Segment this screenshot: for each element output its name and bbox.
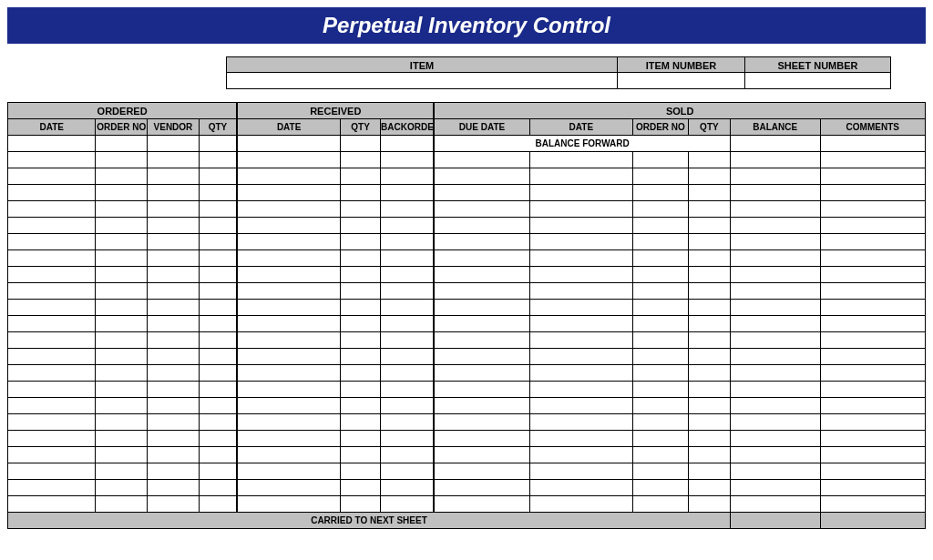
cell[interactable] [8,267,96,283]
cell[interactable] [8,349,96,365]
cell[interactable] [341,250,381,267]
cell[interactable] [688,267,730,283]
cell[interactable] [199,316,237,332]
cell[interactable] [8,185,96,201]
cell[interactable] [730,480,820,496]
cell[interactable] [730,201,820,218]
cell[interactable] [730,316,820,332]
cell[interactable] [148,201,200,218]
cell[interactable] [199,234,237,250]
cell[interactable] [529,398,632,414]
cell[interactable] [529,300,632,316]
cell[interactable] [820,267,925,283]
cell[interactable] [688,300,730,316]
cell[interactable] [529,332,632,349]
cell[interactable] [381,414,435,431]
cell[interactable] [148,185,200,201]
cell[interactable] [730,382,820,398]
cell[interactable] [688,349,730,365]
cell[interactable] [529,431,632,447]
cell[interactable] [820,218,925,234]
cell[interactable] [820,398,925,414]
cell[interactable] [730,234,820,250]
cell[interactable] [237,365,340,382]
cell[interactable] [237,136,340,152]
cell[interactable] [434,185,529,201]
cell[interactable] [341,496,381,513]
cell[interactable] [688,152,730,168]
cell[interactable] [529,316,632,332]
cell[interactable] [381,447,435,463]
cell[interactable] [434,414,529,431]
cell[interactable] [96,480,148,496]
cell[interactable] [8,382,96,398]
cell[interactable] [688,332,730,349]
cell[interactable] [820,185,925,201]
cell[interactable] [341,316,381,332]
cell[interactable] [633,283,689,300]
cell[interactable] [730,431,820,447]
cell[interactable] [341,447,381,463]
cell[interactable] [730,349,820,365]
cell[interactable] [730,414,820,431]
item-number-value[interactable] [618,73,745,89]
cell[interactable] [820,168,925,185]
cell[interactable] [688,250,730,267]
cell[interactable] [199,218,237,234]
cell[interactable] [341,365,381,382]
cell[interactable] [96,234,148,250]
cell[interactable] [688,283,730,300]
cell[interactable] [688,218,730,234]
cell[interactable] [820,480,925,496]
cell[interactable] [529,218,632,234]
cell[interactable] [529,185,632,201]
cell[interactable] [341,463,381,480]
cell[interactable] [341,267,381,283]
cell[interactable] [381,365,435,382]
cell[interactable] [96,283,148,300]
cell[interactable] [633,447,689,463]
cell[interactable] [434,332,529,349]
cell[interactable] [730,267,820,283]
cell[interactable] [381,463,435,480]
cell[interactable] [688,168,730,185]
cell[interactable] [237,349,340,365]
cell[interactable] [8,332,96,349]
cell[interactable] [529,283,632,300]
cell[interactable] [820,316,925,332]
cell[interactable] [633,185,689,201]
carried-to-next-sheet-value[interactable] [730,513,820,529]
cell[interactable] [8,283,96,300]
cell[interactable] [381,185,435,201]
cell[interactable] [688,382,730,398]
balance-forward-value[interactable] [730,136,820,152]
cell[interactable] [96,349,148,365]
cell[interactable] [529,250,632,267]
cell[interactable] [688,398,730,414]
cell[interactable] [8,447,96,463]
cell[interactable] [8,480,96,496]
cell[interactable] [381,300,435,316]
cell[interactable] [199,463,237,480]
cell[interactable] [529,480,632,496]
cell[interactable] [237,168,340,185]
cell[interactable] [341,283,381,300]
cell[interactable] [381,267,435,283]
cell[interactable] [820,414,925,431]
cell[interactable] [237,480,340,496]
cell[interactable] [730,463,820,480]
cell[interactable] [199,447,237,463]
cell[interactable] [341,234,381,250]
cell[interactable] [381,316,435,332]
cell[interactable] [148,234,200,250]
cell[interactable] [381,332,435,349]
cell[interactable] [341,431,381,447]
cell[interactable] [96,201,148,218]
cell[interactable] [820,447,925,463]
cell[interactable] [730,447,820,463]
cell[interactable] [341,382,381,398]
cell[interactable] [148,283,200,300]
cell[interactable] [96,168,148,185]
cell[interactable] [148,332,200,349]
cell[interactable] [8,463,96,480]
